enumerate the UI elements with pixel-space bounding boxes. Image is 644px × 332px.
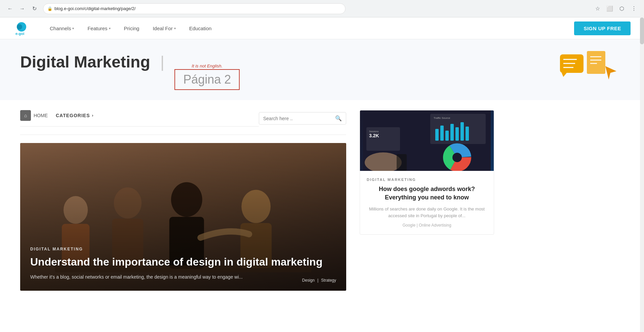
svg-rect-27	[435, 129, 439, 141]
extensions-button[interactable]: ⬡	[617, 4, 627, 13]
nav-buttons: ← → ↻	[5, 4, 39, 13]
svg-text:3.2K: 3.2K	[369, 133, 379, 138]
bookmark-button[interactable]: ☆	[593, 4, 602, 13]
svg-point-39	[448, 148, 467, 167]
refresh-button[interactable]: ↻	[30, 4, 39, 13]
education-nav-link[interactable]: Education	[183, 17, 218, 39]
featured-article-title: Understand the importance of design in d…	[30, 255, 336, 268]
logo-area[interactable]: e-goi	[13, 20, 30, 36]
breadcrumb-row: ⌂ HOME CATEGORIES › 🔍	[20, 110, 346, 127]
categories-breadcrumb[interactable]: CATEGORIES ›	[56, 113, 94, 118]
not-english-label: It is not English.	[192, 63, 223, 68]
hero-title-group: Digital Marketing | It is not English. P…	[20, 53, 240, 90]
egoi-logo: e-goi	[13, 20, 30, 36]
lock-icon: 🔒	[47, 6, 52, 11]
sidebar-article-category: DIGITAL MARKETING	[367, 178, 487, 182]
pricing-nav-link[interactable]: Pricing	[117, 17, 146, 39]
back-button[interactable]: ←	[5, 4, 15, 13]
main-column: ⌂ HOME CATEGORIES › 🔍	[20, 110, 346, 301]
sidebar-article-card[interactable]: Traffic Source Sessions 3.2K	[360, 110, 494, 235]
sidebar-article-tags: Google | Online Advertising	[367, 223, 487, 228]
scrollbar-thumb[interactable]	[640, 17, 644, 44]
signup-button[interactable]: SIGN UP FREE	[574, 21, 631, 35]
hero-decoration	[557, 49, 624, 91]
sidebar: Traffic Source Sessions 3.2K	[360, 110, 494, 301]
hero-decoration-svg	[557, 49, 624, 90]
featured-tag-strategy: Strategy	[321, 278, 336, 283]
channels-chevron-icon: ▾	[72, 17, 74, 39]
svg-point-1	[17, 24, 22, 30]
svg-text:Sessions: Sessions	[369, 130, 379, 133]
features-chevron-icon: ▾	[109, 17, 111, 39]
home-breadcrumb[interactable]: ⌂ HOME	[20, 110, 48, 121]
featured-article-card[interactable]: DIGITAL MARKETING Understand the importa…	[20, 143, 346, 291]
sidebar-card-body: DIGITAL MARKETING How does google adword…	[360, 171, 494, 234]
featured-tag-design: Design	[302, 278, 315, 283]
nav-links: Channels ▾ Features ▾ Pricing Ideal For …	[43, 17, 574, 39]
sidebar-card-image: Traffic Source Sessions 3.2K	[360, 110, 494, 171]
svg-rect-29	[445, 131, 449, 141]
sidebar-tag-separator: |	[416, 223, 417, 228]
svg-rect-30	[450, 124, 454, 141]
featured-article-tags: Design | Strategy	[302, 278, 336, 283]
browser-actions: ☆ ⬜ ⬡ ⋮	[593, 4, 639, 13]
svg-rect-33	[466, 127, 469, 141]
svg-rect-8	[587, 51, 605, 74]
svg-rect-32	[460, 122, 464, 141]
svg-text:Traffic Source: Traffic Source	[434, 116, 450, 120]
idealfor-chevron-icon: ▾	[174, 17, 176, 39]
browser-chrome: ← → ↻ 🔒 blog.e-goi.com/c/digital-marketi…	[0, 0, 644, 17]
title-separator: |	[160, 53, 164, 71]
svg-marker-12	[605, 66, 616, 80]
sidebar-article-excerpt: Millions of searches are done daily on G…	[367, 206, 487, 219]
analytics-mockup: Traffic Source Sessions 3.2K	[360, 110, 494, 171]
cast-button[interactable]: ⬜	[605, 4, 614, 13]
svg-rect-31	[455, 127, 459, 141]
search-input[interactable]	[263, 116, 332, 121]
sidebar-tag-online-advertising: Online Advertising	[419, 223, 451, 228]
categories-chevron-icon: ›	[92, 113, 94, 118]
home-icon: ⌂	[20, 110, 31, 121]
featured-article-category: DIGITAL MARKETING	[30, 247, 336, 251]
content-area: ⌂ HOME CATEGORIES › 🔍	[0, 110, 644, 301]
ideal-for-nav-link[interactable]: Ideal For ▾	[146, 17, 182, 39]
menu-button[interactable]: ⋮	[629, 4, 639, 13]
search-wrapper: 🔍	[259, 112, 346, 125]
svg-rect-41	[397, 154, 407, 171]
address-bar[interactable]: 🔒 blog.e-goi.com/c/digital-marketing/pag…	[43, 3, 346, 14]
search-bar: 🔍	[259, 112, 346, 125]
featured-card-content: DIGITAL MARKETING Understand the importa…	[20, 237, 346, 291]
home-label: HOME	[34, 113, 48, 118]
features-nav-link[interactable]: Features ▾	[81, 17, 117, 39]
svg-rect-28	[440, 126, 444, 141]
featured-article-excerpt: Whether it's a blog, social networks or …	[30, 274, 336, 281]
main-navigation: e-goi Channels ▾ Features ▾ Pricing Idea…	[0, 17, 644, 39]
sidebar-tag-google: Google	[402, 223, 415, 228]
svg-text:e-goi: e-goi	[15, 32, 24, 36]
page-title: Digital Marketing	[20, 53, 150, 71]
analytics-svg: Traffic Source Sessions 3.2K	[360, 110, 494, 171]
breadcrumb-nav: ⌂ HOME CATEGORIES ›	[20, 110, 259, 127]
sidebar-article-title: How does google adwords work? Everything…	[367, 185, 487, 202]
pagina-annotation: It is not English. Página 2	[174, 63, 240, 90]
categories-label: CATEGORIES	[56, 113, 90, 118]
breadcrumb-divider	[20, 135, 346, 135]
scrollbar[interactable]	[640, 0, 644, 332]
forward-button[interactable]: →	[17, 4, 27, 13]
search-icon[interactable]: 🔍	[335, 115, 342, 122]
hero-area: Digital Marketing | It is not English. P…	[0, 39, 644, 100]
channels-nav-link[interactable]: Channels ▾	[43, 17, 81, 39]
pagina-box: Página 2	[174, 69, 240, 90]
svg-marker-7	[562, 73, 567, 77]
url-text: blog.e-goi.com/c/digital-marketing/page/…	[54, 6, 135, 11]
featured-tag-separator: |	[317, 278, 318, 283]
